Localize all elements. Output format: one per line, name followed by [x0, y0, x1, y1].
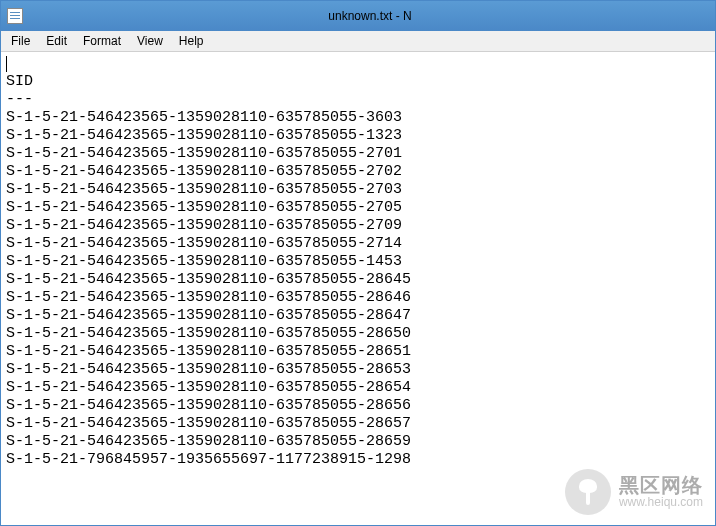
- menu-view[interactable]: View: [129, 32, 171, 50]
- text-cursor: [6, 56, 7, 72]
- text-editor-area[interactable]: SID --- S-1-5-21-546423565-1359028110-63…: [2, 53, 714, 524]
- menu-file[interactable]: File: [3, 32, 38, 50]
- titlebar: unknown.txt - N: [1, 1, 715, 31]
- notepad-icon: [7, 8, 23, 24]
- window-title: unknown.txt - N: [31, 9, 709, 23]
- menu-edit[interactable]: Edit: [38, 32, 75, 50]
- menu-help[interactable]: Help: [171, 32, 212, 50]
- menu-format[interactable]: Format: [75, 32, 129, 50]
- menubar: File Edit Format View Help: [1, 31, 715, 52]
